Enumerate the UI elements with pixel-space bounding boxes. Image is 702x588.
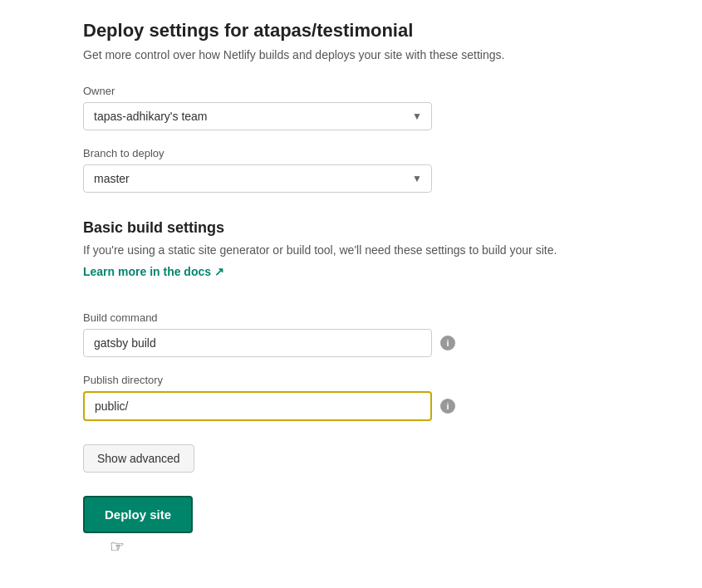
owner-label: Owner: [83, 85, 669, 97]
owner-select[interactable]: tapas-adhikary's team: [83, 102, 432, 130]
build-command-group: Build command i: [83, 311, 669, 357]
section-desc: If you're using a static site generator …: [83, 243, 669, 257]
publish-directory-group: Publish directory i: [83, 374, 669, 421]
build-command-info-icon[interactable]: i: [440, 336, 455, 350]
publish-directory-input[interactable]: [83, 391, 432, 421]
deploy-site-button[interactable]: Deploy site: [83, 496, 193, 533]
external-link-icon: ↗: [214, 265, 224, 278]
show-advanced-button[interactable]: Show advanced: [83, 444, 194, 473]
page-subtitle: Get more control over how Netlify builds…: [83, 48, 669, 61]
deploy-button-wrapper: Deploy site ☞: [83, 496, 193, 533]
page-container: Deploy settings for atapas/testimonial G…: [0, 0, 702, 588]
learn-more-link[interactable]: Learn more in the docs ↗: [83, 265, 224, 278]
section-title: Basic build settings: [83, 219, 669, 237]
build-command-input[interactable]: [83, 329, 432, 357]
publish-directory-label: Publish directory: [83, 374, 669, 386]
build-command-label: Build command: [83, 311, 669, 324]
branch-label: Branch to deploy: [83, 147, 669, 159]
show-advanced-wrapper: Show advanced: [83, 438, 669, 496]
branch-select[interactable]: master: [83, 164, 432, 193]
learn-more-text: Learn more in the docs: [83, 265, 211, 278]
basic-build-section: Basic build settings If you're using a s…: [83, 219, 669, 298]
owner-group: Owner tapas-adhikary's team ▼: [83, 85, 669, 130]
build-command-input-row: i: [83, 329, 669, 357]
branch-select-wrapper: master ▼: [83, 164, 432, 193]
cursor-icon: ☞: [110, 537, 125, 556]
page-title: Deploy settings for atapas/testimonial: [83, 20, 669, 42]
owner-select-wrapper: tapas-adhikary's team ▼: [83, 102, 432, 130]
publish-directory-input-row: i: [83, 391, 669, 421]
publish-directory-info-icon[interactable]: i: [440, 399, 455, 414]
branch-group: Branch to deploy master ▼: [83, 147, 669, 193]
